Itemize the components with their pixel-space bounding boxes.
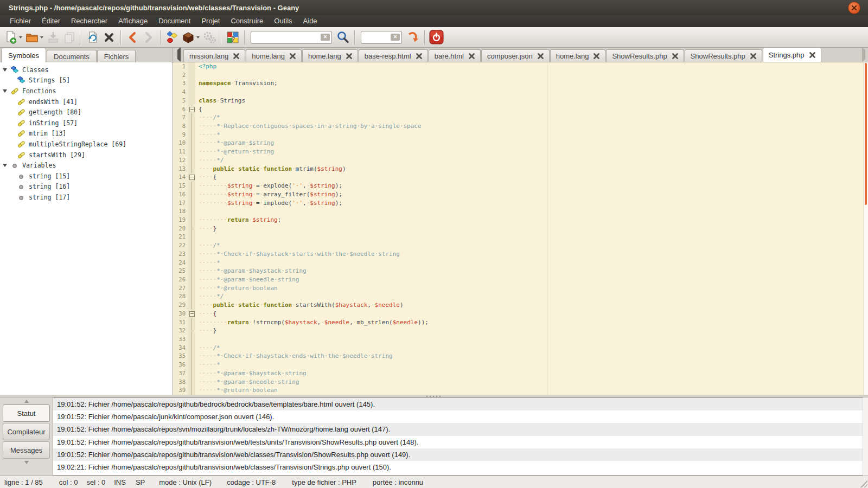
tab-close-icon[interactable] (538, 53, 544, 59)
bottom-tab-messages[interactable]: Messages (3, 441, 50, 459)
code-text[interactable]: ····} (195, 326, 216, 335)
tree-item-startswith-29[interactable]: startsWith [29] (0, 150, 172, 160)
code-text[interactable]: ····/* (195, 113, 220, 122)
code-text[interactable]: ····/* (195, 241, 220, 250)
tab-close-icon[interactable] (233, 53, 239, 59)
tree-item-classes[interactable]: Classes (0, 65, 172, 75)
expander-icon[interactable] (3, 68, 7, 72)
tab-base-resp-html[interactable]: base-resp.html (359, 49, 428, 62)
code-text[interactable]: ····{ (195, 173, 216, 182)
bottom-tab-compilateur[interactable]: Compilateur (3, 423, 50, 440)
tree-item-instring-57[interactable]: inString [57] (0, 118, 172, 129)
window-close-button[interactable] (848, 2, 860, 14)
compile-button[interactable] (164, 29, 180, 46)
search-input[interactable] (251, 31, 332, 44)
tree-item-mtrim-13[interactable]: mtrim [13] (0, 129, 172, 139)
tree-item-multiplestringreplace-69[interactable]: multipleStringReplace [69] (0, 139, 172, 150)
code-text[interactable]: ····} (195, 224, 216, 233)
open-file-button[interactable] (24, 29, 40, 46)
nav-back-button[interactable] (125, 29, 140, 46)
code-text[interactable]: ·····* (195, 131, 220, 139)
fold-margin[interactable] (188, 173, 195, 182)
code-text[interactable]: ····public·static·function·startsWith($h… (195, 301, 404, 310)
goto-line-button[interactable] (405, 29, 420, 46)
tree-item-string-16[interactable]: string [16] (0, 182, 172, 192)
code-text[interactable] (195, 71, 199, 80)
tab-scroll-left-button[interactable] (177, 50, 181, 60)
bottom-tabs-scroll-down[interactable] (2, 459, 51, 465)
tree-item-string-17[interactable]: string [17] (0, 192, 172, 203)
fold-margin[interactable] (188, 105, 195, 114)
code-text[interactable]: ·····*·@return·string (195, 147, 274, 156)
code-text[interactable] (195, 88, 199, 97)
code-text[interactable]: ····{ (195, 310, 216, 318)
menu-fichier[interactable]: Fichier (4, 15, 36, 27)
code-text[interactable]: ········$string·=·explode('·',·$string); (195, 182, 342, 190)
tab-close-icon[interactable] (672, 53, 678, 59)
tab-close-icon[interactable] (809, 52, 815, 58)
tab-close-icon[interactable] (593, 53, 599, 59)
clear-goto-icon[interactable]: ✕ (391, 34, 400, 41)
code-text[interactable]: ········$string·=·array_filter($string); (195, 190, 342, 199)
new-file-button[interactable] (3, 29, 18, 46)
fold-margin[interactable] (188, 310, 195, 318)
paned-grip[interactable] (426, 396, 442, 397)
tab-close-icon[interactable] (469, 53, 475, 59)
code-text[interactable]: ·····*·@param·$string (195, 139, 274, 147)
clear-search-icon[interactable]: ✕ (321, 34, 330, 41)
tab-close-icon[interactable] (290, 53, 296, 59)
code-text[interactable]: ·····*·@return·boolean (195, 284, 278, 293)
bottom-tab-statut[interactable]: Statut (3, 404, 50, 422)
expander-icon[interactable] (3, 164, 7, 167)
tab-strings-php[interactable]: Strings.php (763, 47, 821, 62)
menu-rechercher[interactable]: Rechercher (66, 15, 113, 27)
code-text[interactable]: ·····*·Check·if·$haystack·ends·with·the·… (195, 352, 393, 361)
menu-affichage[interactable]: Affichage (113, 15, 153, 27)
tab-showresults-php[interactable]: ShowResults.php (606, 49, 684, 62)
code-text[interactable]: ·····*·@param·$haystack·string (195, 369, 307, 378)
revert-button[interactable] (85, 29, 100, 46)
color-chooser-button[interactable] (225, 29, 240, 46)
menu-aide[interactable]: Aide (298, 15, 323, 27)
editor-scrollbar[interactable] (863, 62, 868, 395)
code-text[interactable]: ·····* (195, 259, 220, 267)
code-text[interactable]: ·····*·@param·$needle·string (195, 275, 299, 284)
code-text[interactable]: ·····*·@return·boolean (195, 386, 278, 395)
code-text[interactable]: ········$string·=·implode('·',·$string); (195, 199, 342, 208)
code-text[interactable]: ·····*·@param·$needle·string (195, 378, 299, 387)
code-text[interactable]: ·····* (195, 361, 220, 369)
editor[interactable]: 1<?php23namespace·Transvision;45class·St… (173, 62, 868, 395)
tree-item-strings-5[interactable]: Strings [5] (0, 75, 172, 86)
code-text[interactable]: { (195, 105, 202, 114)
code-text[interactable]: ·····*/ (195, 156, 224, 165)
code-text[interactable]: ·····*·Replace·contiguous·spaces·in·a·st… (195, 122, 422, 131)
menu-outils[interactable]: Outils (269, 15, 297, 27)
tab-bare-html[interactable]: bare.html (429, 49, 481, 62)
tab-home-lang[interactable]: home.lang (302, 49, 358, 62)
tab-close-icon[interactable] (416, 53, 422, 59)
code-text[interactable]: ·····*·Check·if·$haystack·starts·with·th… (195, 250, 400, 259)
tab-close-icon[interactable] (750, 53, 756, 59)
bottom-tabs-scroll-up[interactable] (2, 398, 51, 404)
tab-home-lang[interactable]: home.lang (246, 49, 302, 62)
tab-home-lang[interactable]: home.lang (550, 49, 606, 62)
code-text[interactable]: class·Strings (195, 97, 245, 105)
sidebar-tab-documents[interactable]: Documents (47, 50, 97, 62)
tab-mission-lang[interactable]: mission.lang (183, 49, 245, 62)
message-scrollbar[interactable] (863, 397, 868, 476)
code-text[interactable]: <?php (195, 62, 216, 71)
editor-scrollbar-thumb[interactable] (865, 63, 867, 205)
tab-scroll-right-button[interactable] (862, 50, 865, 60)
menu-projet[interactable]: Projet (196, 15, 225, 27)
open-file-dropdown[interactable] (40, 36, 43, 38)
code-text[interactable] (195, 233, 199, 241)
build-button[interactable] (181, 29, 196, 46)
build-dropdown[interactable] (196, 36, 200, 38)
tree-item-getlength-80[interactable]: getLength [80] (0, 107, 172, 118)
code-text[interactable]: ········return·!strncmp($haystack,·$need… (195, 318, 429, 327)
tab-showresults-php[interactable]: ShowResults.php (685, 49, 762, 62)
code-text[interactable]: ·····*·@param·$haystack·string (195, 267, 307, 275)
menu-editer[interactable]: Éditer (36, 15, 66, 27)
sidebar-tab-fichiers[interactable]: Fichiers (97, 50, 136, 62)
code-text[interactable]: ········return·$string; (195, 216, 281, 224)
